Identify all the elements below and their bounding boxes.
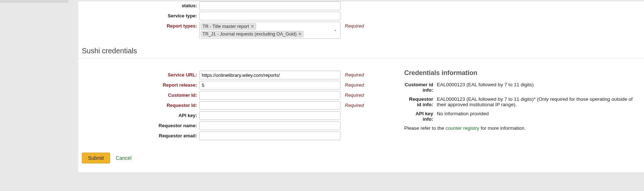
credentials-info-heading: Credentials information: [404, 69, 641, 77]
required-note: Required: [345, 91, 364, 98]
footer-note-post: for more information.: [479, 125, 526, 131]
credentials-form: Service URL: Required Report release: Re…: [78, 69, 404, 142]
cancel-button[interactable]: Cancel: [116, 155, 132, 161]
submit-button[interactable]: Submit: [82, 153, 110, 163]
tag-label: TR - Title master report: [202, 24, 249, 29]
main-content: status: Service type: Report types: TR -…: [78, 1, 644, 172]
info-label-customer-id: Customer id info:: [404, 82, 437, 93]
credentials-info-panel: Credentials information Customer id info…: [404, 69, 644, 142]
required-note: Required: [345, 81, 364, 88]
service-url-input[interactable]: [199, 71, 340, 79]
info-value-customer-id: EAL0000123 (EAL followed by 7 to 11 digi…: [437, 82, 641, 93]
required-note: Required: [345, 22, 364, 29]
label-api-key: API key:: [78, 111, 199, 118]
close-icon[interactable]: ✕: [298, 32, 302, 36]
report-types-select[interactable]: TR - Title master report ✕ TR_J1 - Journ…: [199, 22, 340, 39]
requestor-id-input[interactable]: [199, 101, 340, 110]
counter-registry-link[interactable]: counter registry: [446, 125, 479, 131]
customer-id-input[interactable]: [199, 91, 340, 100]
label-report-release: Report release:: [78, 81, 199, 88]
report-release-input[interactable]: [199, 81, 340, 90]
label-status: status:: [78, 1, 199, 8]
report-type-tag[interactable]: TR_J1 - Journal requests (excluding OA_G…: [201, 31, 304, 37]
label-requestor-email: Requestor email:: [78, 132, 199, 138]
required-note: Required: [345, 101, 364, 108]
report-type-tag[interactable]: TR - Title master report ✕: [201, 23, 256, 30]
info-value-api-key: No information provided: [437, 111, 641, 122]
required-note: Required: [345, 71, 364, 78]
requestor-name-input[interactable]: [199, 121, 340, 130]
label-customer-id: Customer Id:: [78, 91, 199, 98]
status-input[interactable]: [199, 1, 340, 10]
requestor-email-input[interactable]: [199, 132, 340, 140]
label-requestor-id: Requestor Id:: [78, 101, 199, 108]
label-service-type: Service type:: [78, 12, 199, 18]
label-requestor-name: Requestor name:: [78, 121, 199, 128]
info-label-requestor-id: Requestor id info:: [404, 96, 437, 107]
form-actions: Submit Cancel: [78, 142, 644, 163]
chevron-down-icon[interactable]: [333, 28, 338, 33]
footer-note-pre: Please refer to the: [404, 125, 446, 131]
api-key-input[interactable]: [199, 111, 340, 120]
sidebar-placeholder: [0, 0, 69, 3]
info-label-api-key: API key info:: [404, 111, 437, 122]
info-value-requestor-id: EAL0000123 (EAL followed by 7 to 11 digi…: [437, 96, 641, 107]
service-type-input[interactable]: [199, 12, 340, 20]
credentials-footer-note: Please refer to the counter registry for…: [404, 125, 641, 131]
label-report-types: Report types:: [78, 22, 199, 29]
label-service-url: Service URL:: [78, 71, 199, 78]
section-sushi-credentials: Sushi credentials: [78, 40, 644, 58]
close-icon[interactable]: ✕: [251, 24, 254, 29]
tag-label: TR_J1 - Journal requests (excluding OA_G…: [202, 32, 297, 37]
